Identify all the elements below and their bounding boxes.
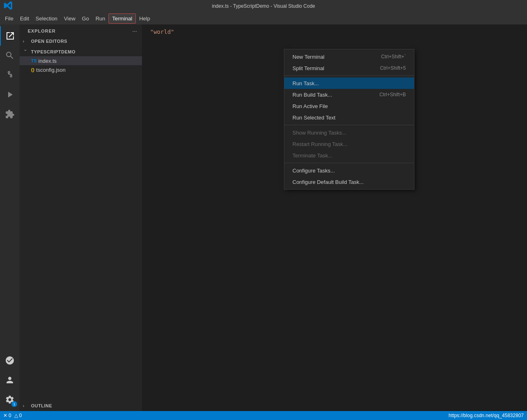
terminal-menu-section-3: Show Running Tasks... Restart Running Ta… — [284, 125, 414, 163]
menu-item-run-active-file[interactable]: Run Active File — [284, 100, 414, 112]
menu-item-run-build-task[interactable]: Run Build Task... Ctrl+Shift+B — [284, 89, 414, 100]
main-layout: 1 EXPLORER ··· › OPEN EDITORS › TYPESCRI… — [0, 24, 527, 411]
title-bar: index.ts - TypeScriptDemo - Visual Studi… — [0, 0, 527, 12]
menu-item-configure-default-build-task[interactable]: Configure Default Build Task... — [284, 176, 414, 188]
menu-item-run-selected-text[interactable]: Run Selected Text — [284, 112, 414, 123]
sidebar-spacer — [20, 75, 142, 400]
ts-file-icon: TS — [31, 58, 37, 63]
sidebar-header: EXPLORER ··· — [20, 24, 142, 36]
menu-bar: File Edit Selection View Go Run Terminal… — [0, 12, 527, 24]
project-label: TYPESCRIPTDEMO — [31, 49, 75, 54]
error-icon: ✕ — [3, 413, 7, 418]
status-errors[interactable]: ✕ 0 △ 0 — [3, 413, 22, 418]
activity-accounts[interactable] — [0, 370, 20, 390]
open-editors-section: › OPEN EDITORS — [20, 36, 142, 46]
warning-icon: △ — [14, 413, 18, 418]
terminal-dropdown: New Terminal Ctrl+Shift+` Split Terminal… — [284, 49, 414, 190]
error-count: 0 — [9, 413, 11, 418]
open-editors-label: OPEN EDITORS — [31, 39, 67, 44]
file-index-ts-label: index.ts — [38, 58, 57, 64]
activity-remote[interactable] — [0, 351, 20, 370]
title-bar-text: index.ts - TypeScriptDemo - Visual Studi… — [212, 3, 315, 9]
terminal-menu-section-4: Configure Tasks... Configure Default Bui… — [284, 163, 414, 189]
sidebar-more-actions[interactable]: ··· — [132, 28, 137, 34]
status-bar-left: ✕ 0 △ 0 — [3, 413, 22, 418]
menu-help[interactable]: Help — [136, 14, 153, 23]
open-editors-header[interactable]: › OPEN EDITORS — [20, 37, 142, 46]
menu-item-show-running-tasks: Show Running Tasks... — [284, 127, 414, 138]
terminal-menu-section-1: New Terminal Ctrl+Shift+` Split Terminal… — [284, 49, 414, 75]
menu-item-new-terminal[interactable]: New Terminal Ctrl+Shift+` — [284, 51, 414, 62]
warning-count: 0 — [19, 413, 22, 418]
file-index-ts[interactable]: TS index.ts — [20, 56, 142, 65]
outline-label: OUTLINE — [31, 403, 52, 408]
menu-file[interactable]: File — [2, 14, 17, 23]
menu-item-run-task[interactable]: Run Task... — [284, 77, 414, 89]
activity-settings[interactable]: 1 — [0, 390, 20, 409]
menu-item-split-terminal[interactable]: Split Terminal Ctrl+Shift+5 — [284, 62, 414, 74]
editor-area: "world" New Terminal Ctrl+Shift+` Split … — [142, 24, 527, 411]
status-bar: ✕ 0 △ 0 https://blog.csdn.net/qq_4583280… — [0, 411, 527, 420]
project-header[interactable]: › TYPESCRIPTDEMO — [20, 47, 142, 56]
project-section: › TYPESCRIPTDEMO TS index.ts {} tsconfig… — [20, 46, 142, 75]
menu-item-restart-running-task: Restart Running Task... — [284, 138, 414, 150]
editor-content: "world" — [142, 24, 527, 39]
menu-edit[interactable]: Edit — [17, 14, 32, 23]
terminal-menu-section-2: Run Task... Run Build Task... Ctrl+Shift… — [284, 75, 414, 125]
settings-badge: 1 — [11, 401, 17, 407]
outline-section: › OUTLINE — [20, 400, 142, 411]
sidebar: EXPLORER ··· › OPEN EDITORS › TYPESCRIPT… — [20, 24, 142, 411]
activity-explorer[interactable] — [0, 26, 20, 46]
activity-bar-bottom: 1 — [0, 351, 20, 411]
dropdown-overlay: New Terminal Ctrl+Shift+` Split Terminal… — [142, 49, 527, 411]
menu-run[interactable]: Run — [92, 14, 108, 23]
open-editors-arrow: › — [23, 39, 28, 44]
activity-search[interactable] — [0, 46, 20, 65]
json-file-icon: {} — [31, 67, 35, 72]
menu-go[interactable]: Go — [79, 14, 92, 23]
menu-view[interactable]: View — [61, 14, 79, 23]
activity-source-control[interactable] — [0, 65, 20, 85]
activity-run-debug[interactable] — [0, 85, 20, 104]
sidebar-title: EXPLORER — [28, 29, 56, 33]
menu-terminal[interactable]: Terminal — [108, 13, 136, 24]
file-tsconfig-json[interactable]: {} tsconfig.json — [20, 65, 142, 74]
project-arrow: › — [23, 49, 28, 54]
status-link[interactable]: https://blog.csdn.net/qq_45832807 — [449, 413, 524, 418]
status-bar-right: https://blog.csdn.net/qq_45832807 — [449, 413, 524, 418]
outline-arrow: › — [23, 404, 28, 408]
activity-bar: 1 — [0, 24, 20, 411]
menu-item-terminate-task: Terminate Task... — [284, 150, 414, 161]
menu-item-configure-tasks[interactable]: Configure Tasks... — [284, 165, 414, 176]
activity-extensions[interactable] — [0, 104, 20, 124]
menu-selection[interactable]: Selection — [32, 14, 60, 23]
outline-header[interactable]: › OUTLINE — [20, 401, 142, 410]
vscode-logo — [3, 1, 13, 12]
file-tsconfig-json-label: tsconfig.json — [36, 67, 66, 73]
